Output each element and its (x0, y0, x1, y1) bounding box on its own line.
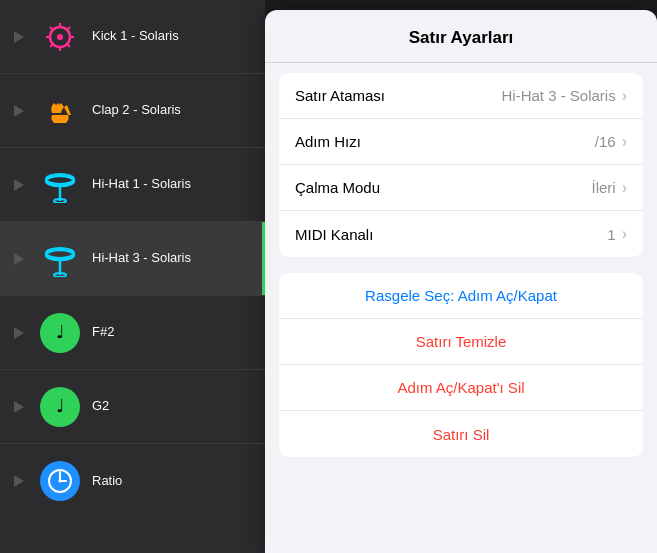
svg-text:♩: ♩ (56, 322, 64, 342)
track-name-f2: F#2 (92, 324, 114, 341)
track-item-f2[interactable]: ♩ F#2 (0, 296, 265, 370)
svg-point-1 (57, 34, 63, 40)
play-triangle-kick (14, 31, 24, 43)
ratio-icon (38, 459, 82, 503)
midi-channel-label: MIDI Kanalı (295, 226, 373, 243)
settings-row-step-rate[interactable]: Adım Hızı /16 › (279, 119, 643, 165)
action-group: Rasgele Seç: Adım Aç/Kapat Satırı Temizl… (279, 273, 643, 457)
svg-text:♩: ♩ (56, 396, 64, 416)
play-triangle-ratio (14, 475, 24, 487)
track-item-hihat1[interactable]: Hi-Hat 1 - Solaris (0, 148, 265, 222)
step-rate-value: /16 (595, 133, 616, 150)
clear-row-label: Satırı Temizle (416, 333, 507, 350)
g2-icon: ♩ (38, 385, 82, 429)
svg-point-23 (59, 480, 62, 483)
play-button-clap[interactable] (10, 102, 28, 120)
action-randomize[interactable]: Rasgele Seç: Adım Aç/Kapat (279, 273, 643, 319)
svg-line-6 (50, 27, 53, 30)
play-mode-value-group: İleri › (592, 179, 628, 197)
settings-panel: Satır Ayarları Satır Ataması Hi-Hat 3 - … (265, 10, 657, 553)
settings-group: Satır Ataması Hi-Hat 3 - Solaris › Adım … (279, 73, 643, 257)
assignment-value-group: Hi-Hat 3 - Solaris › (501, 87, 627, 105)
midi-channel-value: 1 (607, 226, 615, 243)
track-name-hihat1: Hi-Hat 1 - Solaris (92, 176, 191, 193)
svg-line-7 (67, 44, 70, 47)
step-rate-chevron: › (622, 133, 627, 151)
svg-line-9 (50, 44, 53, 47)
assignment-chevron: › (622, 87, 627, 105)
play-button-ratio[interactable] (10, 472, 28, 490)
play-button-hihat3[interactable] (10, 250, 28, 268)
clap-icon (38, 89, 82, 133)
play-button-f2[interactable] (10, 324, 28, 342)
play-mode-chevron: › (622, 179, 627, 197)
play-triangle-g2 (14, 401, 24, 413)
randomize-label: Rasgele Seç: Adım Aç/Kapat (365, 287, 557, 304)
play-button-kick[interactable] (10, 28, 28, 46)
action-delete-row[interactable]: Satırı Sil (279, 411, 643, 457)
play-button-hihat1[interactable] (10, 176, 28, 194)
track-item-ratio[interactable]: Ratio (0, 444, 265, 518)
hihat1-icon (38, 163, 82, 207)
track-name-kick: Kick 1 - Solaris (92, 28, 179, 45)
delete-steps-label: Adım Aç/Kapat'ı Sil (397, 379, 524, 396)
settings-row-midi-channel[interactable]: MIDI Kanalı 1 › (279, 211, 643, 257)
step-rate-value-group: /16 › (595, 133, 627, 151)
hihat3-icon (38, 237, 82, 281)
f2-icon: ♩ (38, 311, 82, 355)
track-item-hihat3[interactable]: Hi-Hat 3 - Solaris (0, 222, 265, 296)
midi-channel-chevron: › (622, 225, 627, 243)
play-mode-label: Çalma Modu (295, 179, 380, 196)
action-clear-row[interactable]: Satırı Temizle (279, 319, 643, 365)
delete-row-label: Satırı Sil (433, 426, 490, 443)
play-mode-value: İleri (592, 179, 616, 196)
track-name-clap: Clap 2 - Solaris (92, 102, 181, 119)
play-button-g2[interactable] (10, 398, 28, 416)
kick-icon (38, 15, 82, 59)
midi-channel-value-group: 1 › (607, 225, 627, 243)
track-item-kick[interactable]: Kick 1 - Solaris (0, 0, 265, 74)
panel-title: Satır Ayarları (265, 10, 657, 63)
track-item-g2[interactable]: ♩ G2 (0, 370, 265, 444)
track-name-g2: G2 (92, 398, 109, 415)
track-name-ratio: Ratio (92, 473, 122, 490)
svg-line-8 (67, 27, 70, 30)
track-list: Kick 1 - Solaris Clap 2 - Solaris (0, 0, 265, 553)
settings-row-assignment[interactable]: Satır Ataması Hi-Hat 3 - Solaris › (279, 73, 643, 119)
action-delete-steps[interactable]: Adım Aç/Kapat'ı Sil (279, 365, 643, 411)
step-rate-label: Adım Hızı (295, 133, 361, 150)
assignment-value: Hi-Hat 3 - Solaris (501, 87, 615, 104)
settings-row-play-mode[interactable]: Çalma Modu İleri › (279, 165, 643, 211)
track-name-hihat3: Hi-Hat 3 - Solaris (92, 250, 191, 267)
play-triangle-hihat1 (14, 179, 24, 191)
play-triangle-f2 (14, 327, 24, 339)
assignment-label: Satır Ataması (295, 87, 385, 104)
track-item-clap[interactable]: Clap 2 - Solaris (0, 74, 265, 148)
play-triangle-hihat3 (14, 253, 24, 265)
play-triangle-clap (14, 105, 24, 117)
